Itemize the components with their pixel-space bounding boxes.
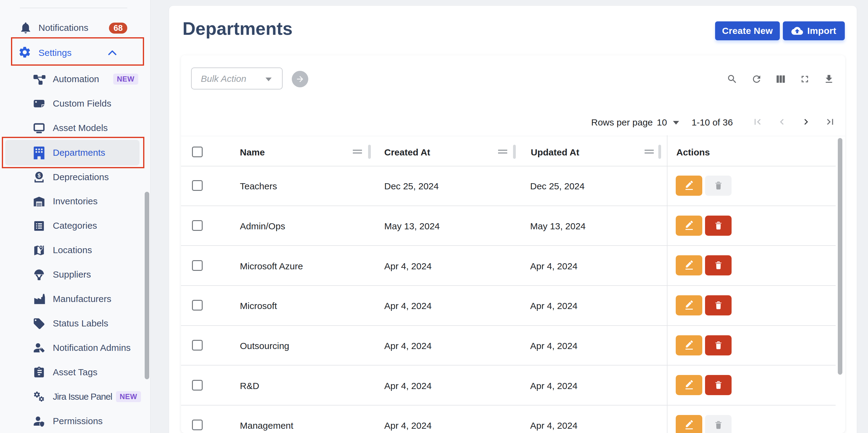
svg-text:$: $ bbox=[37, 173, 40, 179]
